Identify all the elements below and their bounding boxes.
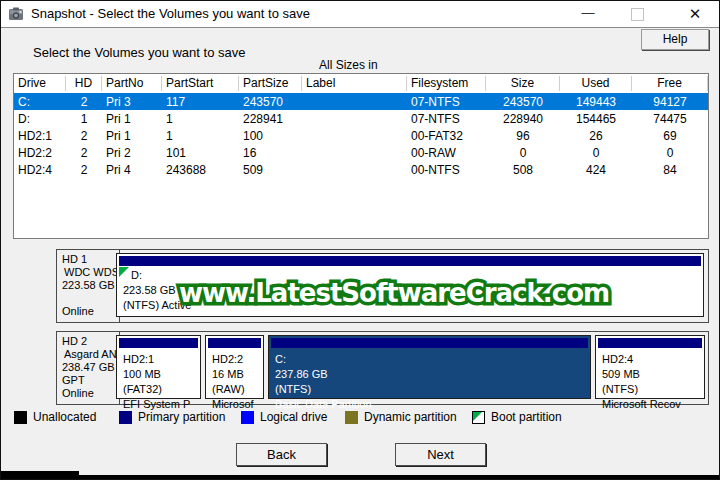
- cell-partno: Pri 1: [102, 112, 162, 126]
- cell-partsize: 509: [239, 163, 302, 177]
- disk-status: Online: [62, 387, 119, 400]
- partition-name: HD2:2: [212, 352, 262, 367]
- table-row[interactable]: D: 1 Pri 1 1 228941 07-NTFS 228940 15446…: [14, 110, 708, 127]
- column-header-used[interactable]: Used: [560, 76, 632, 91]
- cell-used: 154465: [560, 112, 632, 126]
- cell-drive: HD2:1: [14, 129, 66, 143]
- title-bar: Snapshot - Select the Volumes you want t…: [1, 1, 719, 28]
- column-header-drive[interactable]: Drive: [14, 76, 66, 91]
- partition-hd2-2[interactable]: HD2:2 16 MB (RAW) Microsof: [205, 335, 264, 399]
- cell-drive: C:: [14, 95, 66, 109]
- partition-filesystem: (NTFS): [602, 382, 703, 397]
- legend-unallocated: Unallocated: [14, 410, 96, 424]
- partition-name: HD2:1: [123, 352, 199, 367]
- snapshot-dialog: Snapshot - Select the Volumes you want t…: [0, 0, 720, 480]
- logical-swatch-icon: [241, 411, 254, 424]
- back-button[interactable]: Back: [236, 443, 327, 466]
- partition-filesystem: (FAT32): [123, 382, 199, 397]
- maximize-icon[interactable]: [631, 8, 644, 21]
- legend-logical-drive: Logical drive: [241, 410, 327, 424]
- partition-details: HD2:1 100 MB (FAT32) EFI System P: [123, 352, 199, 412]
- dynamic-swatch-icon: [345, 411, 358, 424]
- partition-drive-letter: D:: [123, 268, 702, 283]
- cell-partstart: 117: [162, 95, 239, 109]
- primary-swatch-icon: [119, 411, 132, 424]
- cell-filesystem: 00-RAW: [407, 146, 486, 160]
- cell-free: 94127: [632, 95, 708, 109]
- column-header-partno[interactable]: PartNo: [102, 76, 162, 91]
- next-button[interactable]: Next: [395, 443, 486, 466]
- boot-swatch-icon: [472, 411, 485, 424]
- cell-hd: 2: [66, 146, 102, 160]
- app-icon: [8, 6, 24, 22]
- sizes-note-label: All Sizes in: [319, 58, 378, 72]
- primary-partition-bar: [119, 338, 198, 348]
- primary-partition-bar: [271, 338, 588, 348]
- boot-triangle-icon: [473, 412, 482, 421]
- cell-used: 26: [560, 129, 632, 143]
- column-header-filesystem[interactable]: Filesystem: [407, 76, 486, 91]
- column-header-free[interactable]: Free: [632, 76, 708, 91]
- window-title: Snapshot - Select the Volumes you want t…: [31, 6, 310, 21]
- cell-hd: 2: [66, 163, 102, 177]
- cell-size: 96: [486, 129, 560, 143]
- disk-size: 223.58 GB: [62, 279, 119, 292]
- cell-partstart: 243688: [162, 163, 239, 177]
- table-row[interactable]: C: 2 Pri 3 117 243570 07-NTFS 243570 149…: [14, 93, 708, 110]
- partition-hd2-4[interactable]: HD2:4 509 MB (NTFS) Microsoft Recov: [595, 335, 705, 399]
- column-header-size[interactable]: Size: [486, 76, 560, 91]
- column-header-partstart[interactable]: PartStart: [162, 76, 239, 91]
- minimize-icon[interactable]: —: [567, 1, 609, 26]
- partition-c-selected[interactable]: C: 237.86 GB (NTFS) Basic Data Partition: [268, 335, 591, 399]
- partition-drive-letter: C:: [275, 352, 589, 367]
- cell-free: 0: [632, 146, 708, 160]
- partition-details: D: 223.58 GB (NTFS) Active: [123, 268, 702, 313]
- column-header-label[interactable]: Label: [302, 76, 407, 91]
- cell-partstart: 1: [162, 112, 239, 126]
- cell-partstart: 101: [162, 146, 239, 160]
- partition-size: 237.86 GB: [275, 367, 589, 382]
- cell-drive: HD2:4: [14, 163, 66, 177]
- legend-primary-partition: Primary partition: [119, 410, 225, 424]
- unallocated-swatch-icon: [14, 411, 27, 424]
- bottom-window-edge: [1, 475, 719, 479]
- cell-used: 0: [560, 146, 632, 160]
- cell-drive: D:: [14, 112, 66, 126]
- table-header: Drive HD PartNo PartStart PartSize Label…: [14, 74, 708, 93]
- help-button[interactable]: Help: [641, 29, 709, 50]
- legend-label: Boot partition: [491, 410, 562, 424]
- table-row[interactable]: HD2:1 2 Pri 1 1 100 00-FAT32 96 26 69: [14, 127, 708, 144]
- cell-partstart: 1: [162, 129, 239, 143]
- cell-used: 424: [560, 163, 632, 177]
- table-row[interactable]: HD2:2 2 Pri 2 101 16 00-RAW 0 0 0: [14, 144, 708, 161]
- cell-free: 84: [632, 163, 708, 177]
- table-row[interactable]: HD2:4 2 Pri 4 243688 509 00-NTFS 508 424…: [14, 161, 708, 178]
- partition-size: 223.58 GB: [123, 283, 702, 298]
- partition-hd2-1[interactable]: HD2:1 100 MB (FAT32) EFI System P: [116, 335, 201, 399]
- disk-hd2-info: HD 2 Asgard AN25 238.47 GB GPT Online: [57, 332, 120, 404]
- instruction-label: Select the Volumes you want to save: [33, 45, 245, 60]
- legend-dynamic-partition: Dynamic partition: [345, 410, 457, 424]
- close-icon[interactable]: ✕: [673, 1, 717, 26]
- legend-label: Primary partition: [138, 410, 225, 424]
- cell-hd: 2: [66, 129, 102, 143]
- cell-size: 508: [486, 163, 560, 177]
- cell-filesystem: 07-NTFS: [407, 112, 486, 126]
- cell-size: 243570: [486, 95, 560, 109]
- disk-size: 238.47 GB: [62, 361, 119, 374]
- partition-filesystem: (NTFS) Active: [123, 298, 702, 313]
- cell-filesystem: 07-NTFS: [407, 95, 486, 109]
- cell-filesystem: 00-FAT32: [407, 129, 486, 143]
- primary-partition-bar: [119, 256, 701, 266]
- column-header-hd[interactable]: HD: [66, 76, 102, 91]
- cell-size: 228940: [486, 112, 560, 126]
- cell-partsize: 243570: [239, 95, 302, 109]
- legend-label: Unallocated: [33, 410, 96, 424]
- column-header-partsize[interactable]: PartSize: [239, 76, 302, 91]
- cell-size: 0: [486, 146, 560, 160]
- partition-size: 16 MB: [212, 367, 262, 382]
- cell-hd: 2: [66, 95, 102, 109]
- partition-d[interactable]: D: 223.58 GB (NTFS) Active: [116, 253, 704, 317]
- cell-partno: Pri 4: [102, 163, 162, 177]
- cell-hd: 1: [66, 112, 102, 126]
